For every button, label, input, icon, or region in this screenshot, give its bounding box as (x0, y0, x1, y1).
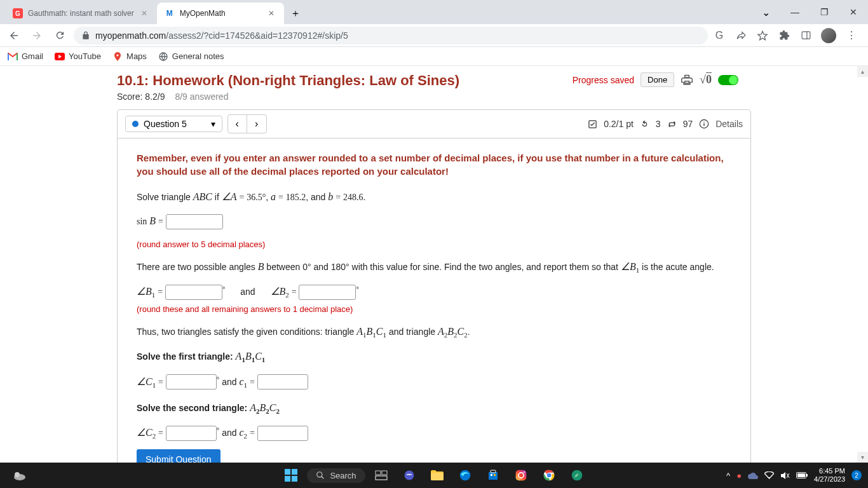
svg-point-27 (546, 473, 551, 478)
volume-icon[interactable] (780, 471, 790, 480)
question-selector[interactable]: Question 5 ▾ (125, 116, 222, 132)
angle-b1-input[interactable] (165, 285, 222, 300)
round-1-note: (round these and all remaining answers t… (137, 303, 731, 316)
scroll-down-arrow[interactable]: ▾ (857, 452, 868, 463)
new-tab-button[interactable]: ＋ (287, 4, 304, 22)
math-toggle[interactable] (718, 75, 738, 85)
star-icon[interactable] (756, 29, 769, 42)
window-controls: ⌄ ― ❐ ✕ (751, 0, 868, 24)
chevron-up-icon[interactable]: ^ (726, 471, 730, 480)
scroll-up-arrow[interactable]: ▴ (857, 66, 868, 77)
question-meta: 0.2/1 pt 3 97 Details (588, 119, 743, 129)
score-label: Score: 8.2/9 (117, 92, 165, 102)
start-button[interactable] (279, 463, 303, 487)
tab-title: MyOpenMath (180, 9, 261, 18)
bookmark-label: Maps (126, 51, 147, 61)
explorer-icon[interactable] (425, 463, 449, 487)
battery-icon[interactable] (796, 472, 808, 478)
angle-b2-input[interactable] (299, 285, 356, 300)
side-panel-icon[interactable] (799, 29, 812, 42)
second-triangle-row: ∠C2 = ° and c2 = (137, 425, 731, 441)
svg-rect-13 (376, 471, 381, 475)
bookmark-gmail[interactable]: Gmail (8, 51, 43, 62)
maps-icon (112, 51, 123, 62)
search-icon (316, 471, 325, 480)
question-status-dot (132, 121, 139, 127)
taskbar-search[interactable]: Search (307, 468, 365, 483)
svg-rect-19 (489, 472, 498, 480)
svg-rect-22 (494, 474, 496, 476)
system-tray: ^ ● 6:45 PM 4/27/2023 2 (726, 467, 862, 484)
next-question-button[interactable]: › (247, 115, 266, 133)
close-icon[interactable]: ✕ (139, 8, 149, 18)
bookmark-youtube[interactable]: YouTube (55, 51, 101, 62)
svg-point-8 (704, 121, 705, 122)
details-link[interactable]: Details (715, 119, 743, 129)
retry-icon-2 (667, 119, 677, 129)
bookmark-label: General notes (172, 51, 224, 61)
app-icon[interactable] (565, 463, 589, 487)
info-icon (699, 119, 709, 129)
question-body: Remember, even if you enter an answer ro… (118, 139, 750, 463)
extensions-icon[interactable] (778, 29, 790, 42)
chat-icon[interactable] (397, 463, 421, 487)
svg-rect-34 (797, 473, 805, 477)
store-icon[interactable] (481, 463, 505, 487)
sin-b-row: sin B = (137, 214, 731, 229)
prev-question-button[interactable]: ‹ (228, 115, 247, 133)
tab-title: Gauthmath: instant math solver (28, 9, 134, 18)
bookmarks-bar: Gmail YouTube Maps General notes (0, 47, 868, 66)
solve-second-heading: Solve the second triangle: A2B2C2 (137, 400, 731, 416)
question-nav: ‹ › (227, 114, 267, 133)
bookmark-maps[interactable]: Maps (112, 51, 147, 62)
wifi-icon[interactable] (764, 471, 774, 479)
done-button[interactable]: Done (641, 72, 674, 87)
menu-icon[interactable]: ⋮ (845, 29, 858, 42)
instagram-icon[interactable] (509, 463, 533, 487)
weather-widget[interactable] (8, 463, 32, 487)
tab-myopenmath[interactable]: M MyOpenMath ✕ (157, 3, 284, 24)
address-bar: myopenmath.com/assess2/?cid=174526&aid=1… (0, 24, 868, 47)
side-c1-input[interactable] (257, 374, 308, 390)
close-icon[interactable]: ✕ (266, 8, 276, 18)
angle-c1-input[interactable] (166, 374, 217, 390)
sqrt-icon[interactable]: √0 (700, 73, 712, 86)
maximize-button[interactable]: ❐ (810, 0, 839, 24)
url-text: myopenmath.com/assess2/?cid=174526&aid=1… (95, 30, 348, 41)
back-button[interactable] (5, 27, 23, 44)
share-icon[interactable] (735, 29, 747, 42)
taskbar-center: Search (279, 463, 588, 487)
sin-b-input[interactable] (166, 214, 223, 229)
url-field[interactable]: myopenmath.com/assess2/?cid=174526&aid=1… (74, 27, 708, 44)
angle-c2-input[interactable] (166, 426, 217, 441)
side-c2-input[interactable] (257, 426, 308, 441)
close-button[interactable]: ✕ (839, 0, 868, 24)
myopenmath-favicon: M (165, 8, 175, 18)
svg-rect-15 (376, 476, 387, 480)
retry-count-1: 3 (656, 119, 661, 129)
chevron-down-icon[interactable]: ⌄ (751, 0, 780, 24)
submit-question-button[interactable]: Submit Question (137, 449, 220, 463)
chrome-icon[interactable] (537, 463, 561, 487)
taskbar: Search ^ ● (0, 463, 868, 488)
tab-gauthmath[interactable]: G Gauthmath: instant math solver ✕ (5, 3, 157, 24)
profile-avatar[interactable] (821, 28, 836, 43)
forward-button[interactable] (28, 27, 46, 44)
round-5-note: (round answer to 5 decimal places) (137, 238, 731, 251)
reload-button[interactable] (51, 27, 69, 44)
bookmark-general-notes[interactable]: General notes (158, 51, 224, 62)
bookmark-label: YouTube (69, 51, 101, 61)
task-view-icon[interactable] (369, 463, 393, 487)
minimize-button[interactable]: ― (780, 0, 810, 24)
taskbar-left (8, 463, 32, 487)
address-bar-right: G ⋮ (713, 28, 863, 43)
notification-badge[interactable]: 2 (851, 470, 862, 480)
tray-app-icon[interactable]: ● (736, 471, 742, 480)
svg-point-10 (15, 472, 20, 477)
onedrive-icon[interactable] (748, 472, 758, 479)
clock[interactable]: 6:45 PM 4/27/2023 (814, 467, 845, 484)
google-icon[interactable]: G (713, 29, 726, 42)
print-icon[interactable] (681, 74, 693, 86)
edge-icon[interactable] (453, 463, 477, 487)
chevron-down-icon: ▾ (211, 119, 215, 129)
